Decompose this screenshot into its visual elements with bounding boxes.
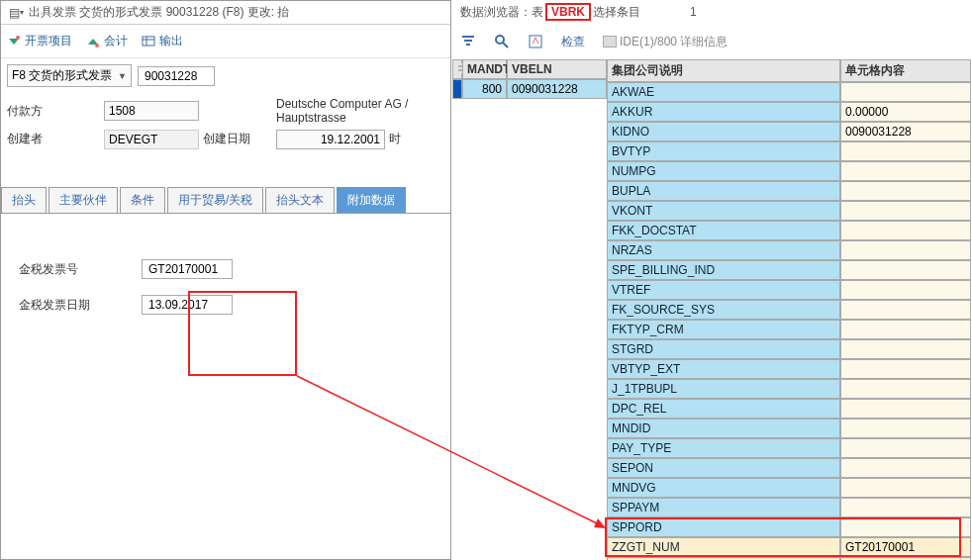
detail-value [840, 201, 971, 221]
detail-row[interactable]: SEPON [607, 458, 971, 478]
detail-value: 0090031228 [840, 122, 971, 141]
output-button[interactable]: 输出 [142, 33, 183, 49]
detail-value [840, 359, 971, 379]
detail-value [840, 221, 971, 240]
row-selector[interactable] [452, 79, 462, 99]
detail-row[interactable]: SPE_BILLING_IND [607, 260, 971, 280]
payer-value[interactable]: 1508 [104, 101, 199, 121]
time-label: 时 [389, 129, 444, 149]
detail-value [840, 458, 971, 478]
detail-key: BVTYP [607, 141, 840, 161]
find-icon[interactable] [494, 34, 510, 49]
detail-key: NRZAS [607, 240, 840, 260]
detail-key: KIDNO [607, 122, 840, 141]
gti-number-field[interactable]: GT20170001 [142, 259, 233, 279]
svg-line-11 [503, 43, 508, 47]
detail-row[interactable]: VTREF [607, 280, 971, 300]
detail-row[interactable]: AKKUR0.00000 [607, 102, 971, 122]
created-date-label: 创建日期 [203, 129, 272, 149]
breadcrumb: IDE(1)/800 详细信息 [603, 34, 728, 50]
detail-row[interactable]: ZZGTI_NUMGT20170001 [607, 537, 971, 557]
right-title-prefix: 数据浏览器：表 [460, 4, 543, 21]
billing-items-button[interactable]: 开票项目 [7, 33, 72, 49]
tab-additional-data[interactable]: 附加数据 [337, 187, 406, 213]
detail-key: BUPLA [607, 181, 840, 201]
tab-header[interactable]: 抬头 [1, 187, 47, 213]
detail-key: VTREF [607, 280, 840, 300]
detail-row[interactable]: FK_SOURCE_SYS [607, 300, 971, 320]
filter-icon[interactable] [460, 34, 476, 49]
detail-row[interactable]: STGRD [607, 339, 971, 359]
detail-key: NUMPG [607, 161, 840, 181]
detail-value [840, 339, 971, 359]
detail-row[interactable]: SPPAYM [607, 498, 971, 517]
check-button[interactable]: 检查 [561, 34, 585, 50]
created-date-value[interactable]: 19.12.2001 [276, 130, 385, 149]
right-titlebar: 数据浏览器：表 VBRK 选择条目 1 [452, 0, 971, 24]
detail-row[interactable]: MNDID [607, 419, 971, 438]
svg-rect-4 [143, 37, 154, 46]
vbeln-header[interactable]: VBELN [507, 59, 607, 79]
detail-value [840, 478, 971, 498]
detail-row[interactable]: J_1TPBUPL [607, 379, 971, 399]
detail-row[interactable]: DPC_REL [607, 399, 971, 419]
svg-rect-7 [462, 36, 474, 38]
detail-row[interactable]: NRZAS [607, 240, 971, 260]
window-menu-icon[interactable]: ▤▾ [7, 5, 25, 21]
tab-partners[interactable]: 主要伙伴 [49, 187, 118, 213]
tab-conditions[interactable]: 条件 [120, 187, 165, 213]
detail-row[interactable]: VBTYP_EXT [607, 359, 971, 379]
detail-key: AKKUR [607, 102, 840, 122]
detail-key: DPC_REL [607, 399, 840, 419]
detail-key-header[interactable]: 集团公司说明 [607, 59, 840, 82]
list-row[interactable]: 800 0090031228 [452, 79, 607, 99]
header-fields: 付款方 1508 Deutsche Computer AG / Hauptstr… [1, 93, 450, 153]
detail-key: SEPON [607, 458, 840, 478]
detail-column: 集团公司说明 单元格内容 AKWAEAKKUR0.00000KIDNO00900… [607, 59, 971, 560]
gti-date-field[interactable]: 13.09.2017 [142, 295, 233, 315]
detail-row[interactable]: VKONT [607, 201, 971, 221]
detail-rows: AKWAEAKKUR0.00000KIDNO0090031228BVTYPNUM… [607, 82, 971, 560]
mandt-header[interactable]: MANDT [462, 59, 507, 79]
document-number-field[interactable]: 90031228 [138, 66, 215, 86]
detail-row[interactable]: FKTYP_CRM [607, 320, 971, 339]
gti-date-label: 金税发票日期 [19, 297, 142, 314]
detail-key: MNDID [607, 419, 840, 438]
additional-data-block: 金税发票号 GT20170001 金税发票日期 13.09.2017 [1, 214, 450, 360]
output-label: 输出 [159, 33, 183, 49]
tab-foreign-trade[interactable]: 用于贸易/关税 [167, 187, 263, 213]
window-icon [603, 36, 617, 47]
detail-key: FKTYP_CRM [607, 320, 840, 339]
detail-key: FK_SOURCE_SYS [607, 300, 840, 320]
accounting-button[interactable]: 会计 [86, 33, 128, 49]
detail-row[interactable]: FKK_DOCSTAT [607, 221, 971, 240]
detail-key: PAY_TYPE [607, 438, 840, 458]
tab-header-texts[interactable]: 抬头文本 [265, 187, 335, 213]
detail-row[interactable]: NUMPG [607, 161, 971, 181]
detail-row[interactable]: AKWAE [607, 82, 971, 102]
billing-items-icon [7, 35, 21, 48]
detail-value [840, 399, 971, 419]
billing-type-dropdown[interactable]: F8 交货的形式发票 ▼ [7, 64, 132, 87]
detail-value [840, 419, 971, 438]
svg-rect-8 [464, 40, 472, 42]
detail-value: 0.00000 [840, 102, 971, 122]
detail-key: ZZGTI_NUM [607, 537, 840, 557]
billing-items-label: 开票项目 [25, 33, 72, 49]
detail-key: J_1TPBUPL [607, 379, 840, 399]
detail-row[interactable]: BVTYP [607, 141, 971, 161]
settings-icon[interactable] [528, 34, 543, 49]
detail-row[interactable]: MNDVG [607, 478, 971, 498]
detail-row[interactable]: SPPORD [607, 517, 971, 537]
detail-value-header[interactable]: 单元格内容 [840, 59, 971, 82]
selector-header[interactable] [452, 59, 462, 79]
detail-key: SPPORD [607, 517, 840, 537]
detail-row[interactable]: BUPLA [607, 181, 971, 201]
detail-value [840, 141, 971, 161]
detail-key: SPPAYM [607, 498, 840, 517]
right-toolbar: 检查 IDE(1)/800 详细信息 [452, 24, 971, 59]
detail-key: SPE_BILLING_IND [607, 260, 840, 280]
detail-row[interactable]: KIDNO0090031228 [607, 122, 971, 141]
detail-row[interactable]: PAY_TYPE [607, 438, 971, 458]
creator-label: 创建者 [7, 129, 100, 149]
